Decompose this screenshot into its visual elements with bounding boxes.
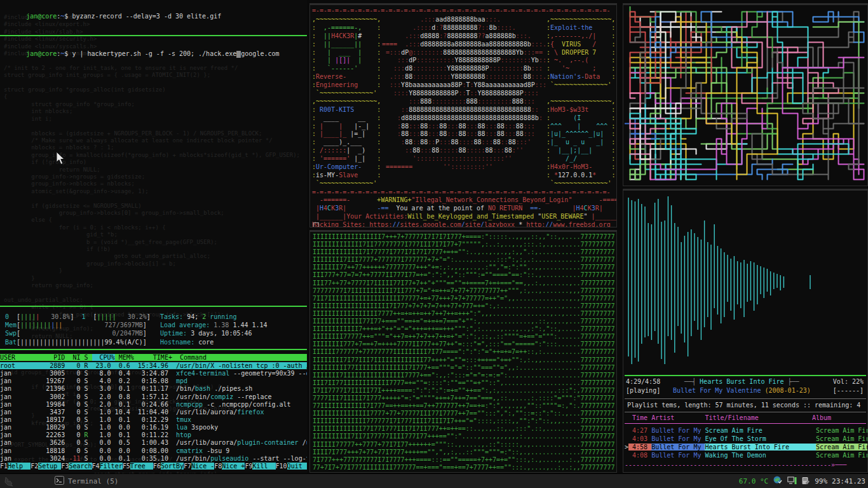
tmux-pane-border-1[interactable]: [0, 35, 307, 36]
music-player-window[interactable]: 4:29/4:58 ──┤ Hearts Burst Into Fire ├──…: [623, 189, 868, 473]
playlist-row[interactable]: 4:27 Bullet For My Scream Aim Fire Screa…: [625, 426, 867, 435]
menu-claw-icon[interactable]: [4, 476, 15, 488]
track-time: 4:29/4:58: [626, 377, 660, 386]
process-row[interactable]: jan 19267 0 S 4.0 0.2 0:16.08 mpd: [0, 377, 307, 385]
playlist-header: Time Artist Title/Filename Album: [625, 414, 831, 423]
battery-percent-label[interactable]: 99%: [815, 477, 827, 485]
playlist-header-underline: [625, 423, 866, 424]
ascii-right-boxes: ,~~~~~~~~~~~~~~~~,:Exploit-the ::,------…: [546, 16, 615, 188]
clock-label[interactable]: 23:41.23: [832, 477, 865, 485]
visualizer-separator: [625, 375, 866, 376]
system-tray: 67.0 °C 99% 23:41.23: [739, 474, 865, 488]
command-text-after: google.com: [241, 50, 279, 57]
player-state-badge: [playing]: [626, 386, 660, 395]
playlist: 4:27 Bullet For My Scream Aim Fire Screa…: [625, 426, 867, 459]
command-text: y | hackertyper.sh -g -f -s 200; ./hack.…: [72, 50, 236, 57]
mouse-cursor: [56, 151, 66, 168]
shell-prompt-2[interactable]: jan@core:~$ y | hackertyper.sh -g -f -s …: [3, 41, 280, 66]
taskbar-window-button[interactable]: Terminal (5): [51, 475, 122, 487]
process-row[interactable]: jan 18029 0 S 1.0 0.0 0:16.19 lua 3spook…: [0, 424, 307, 431]
process-row[interactable]: jan 3626 0 S 0.0 0.5 1:00.43 /usr/lib/au…: [0, 439, 307, 447]
ascii-border-bottom: =-=-=-=-=-=-=-=-=-=-=-=-=-=-=-=-=-=-=-=-…: [312, 189, 611, 197]
process-row[interactable]: jan 21396 0 S 3.0 0.1 0:11.17 /bin/bash …: [0, 385, 307, 393]
tmux-pane-border-2[interactable]: [0, 306, 307, 307]
ascii-border-top: =-=-=-=-=-=-=-=-=-=-=-=-=-=-=-=-=-=-=-=-…: [312, 7, 611, 15]
ascii-skull: .:::aad8888888baa:::. .::::d:?888888888?…: [382, 16, 550, 188]
playlist-row[interactable]: 4:08 Bullet For My Waking The Demon Scre…: [625, 451, 867, 459]
track-artist: Bullet For My Valentine: [673, 387, 765, 394]
shell-prompt-1[interactable]: jan@core:~$ byzanz-record --delay=3 -d 3…: [3, 4, 221, 29]
htop-function-key-bar: F1Help F2Setup F3SearchF4FilterF5Tree F6…: [0, 463, 307, 471]
process-row[interactable]: jan 3002 0 S 2.0 0.8 1:57.12 /usr/bin/co…: [0, 393, 307, 401]
process-row[interactable]: jan 19984 0 S 2.0 0.1 0:24.66 ncmpcpp -c…: [0, 401, 307, 409]
pipes-canvas: [625, 6, 866, 184]
network-shield-icon[interactable]: [773, 476, 782, 487]
playlist-stats: Playlist tems, length: 57 minutes, 11 se…: [627, 401, 860, 409]
process-row[interactable]: jan 18917 0 S 1.0 0.1 0:12.29 tmux: [0, 416, 307, 424]
terminal-cursor: [313, 222, 319, 227]
audio-visualizer: [623, 191, 867, 374]
ascii-noise: IIIIIIIIIIIIIIIIII7+++7+77777I7I7I7I777+…: [313, 233, 615, 471]
playlist-row[interactable]: > 4:58 Bullet For My Hearts Burst Into F…: [625, 443, 867, 451]
track-artist-line: Bullet For My Valentine (2008-01-23): [673, 386, 811, 395]
htop-meters: 0 [||||| 30.8%] 1 [||||| 30.2%]Mem[|||||…: [5, 313, 151, 346]
process-row[interactable]: root 2889 0 R 23.0 0.6 15:34.96 /usr/bin…: [0, 362, 307, 370]
separator: [625, 412, 866, 412]
track-date: (2008-01-23): [765, 387, 811, 394]
htop-column-header[interactable]: USER PID NI S CPU% MEM% TIME+ Command: [0, 354, 307, 362]
process-row[interactable]: jan 22263 0 R 1.0 0.1 0:11.22 htop: [0, 431, 307, 439]
process-row[interactable]: jan 3005 0 S 8.0 0.4 3:24.87 xfce4-termi…: [0, 370, 307, 377]
ascii-left-boxes: ,~~~~~~~~~~~~~~~~,: ,-======-, :: ||H4CK…: [312, 16, 381, 188]
process-row[interactable]: jan 3437 0 S 1.0 10.4 11:04.40 /usr/lib/…: [0, 409, 307, 416]
terminal-left-window[interactable]: #include <linux/cred.h> #include <linux/…: [0, 0, 307, 473]
clipboard-icon[interactable]: [801, 476, 810, 487]
track-title-bar: ──┤ Hearts Burst Into Fire ├──: [684, 377, 799, 386]
taskbar-window-label: Terminal (5): [68, 477, 118, 485]
tmux-pane-border-3[interactable]: [0, 349, 307, 350]
prompt-user: jan@core: [26, 13, 57, 20]
cpu-temp-label: 67.0 °C: [739, 477, 768, 485]
volume-bar[interactable]: [------]: [833, 386, 864, 395]
track-title: Hearts Burst Into Fire: [700, 378, 783, 385]
volume-label[interactable]: Vol: 22%: [833, 377, 864, 386]
hacker-art-window[interactable]: =-=-=-=-=-=-=-=-=-=-=-=-=-=-=-=-=-=-=-=-…: [309, 3, 617, 227]
command-text: byzanz-record --delay=3 -d 30 elite.gif: [72, 13, 221, 20]
desktop: #include <linux/cred.h> #include <linux/…: [0, 0, 868, 488]
display-icon[interactable]: [787, 476, 797, 487]
htop-system-info: Tasks: 94; 2 runningLoad average: 1.38 1…: [160, 313, 268, 346]
playlist-end-separator: ----------------------------------------…: [625, 461, 846, 468]
matrix-terminal-window[interactable]: IIIIIIIIIIIIIIIIII7+++7+77777I7I7I7I777+…: [309, 230, 617, 473]
fkey-bar-row[interactable]: F1Help F2Setup F3SearchF4FilterF5Tree F6…: [0, 463, 307, 471]
playlist-row[interactable]: 4:03 Bullet For My Eye Of The Storm Scre…: [625, 435, 867, 443]
process-row[interactable]: jan 18818 0 S 0.0 0.0 0:08.00 cmatrix -b…: [0, 447, 307, 455]
process-row[interactable]: jan 3024 -11 S 0.0 0.1 0:35.10 /usr/bin/…: [0, 455, 307, 463]
ascii-warning-footer: -======- +WARNING+"Illegal_Network_Conne…: [312, 196, 617, 227]
taskbar: Terminal (5) 67.0 °C 99% 23:41.23: [0, 473, 868, 488]
separator: [625, 398, 866, 399]
htop-process-list: root 2889 0 R 23.0 0.6 15:34.96 /usr/bin…: [0, 362, 307, 463]
terminal-icon: [55, 475, 64, 487]
pipes-screensaver-window[interactable]: [623, 3, 868, 186]
prompt-user: jan@core: [26, 50, 57, 57]
